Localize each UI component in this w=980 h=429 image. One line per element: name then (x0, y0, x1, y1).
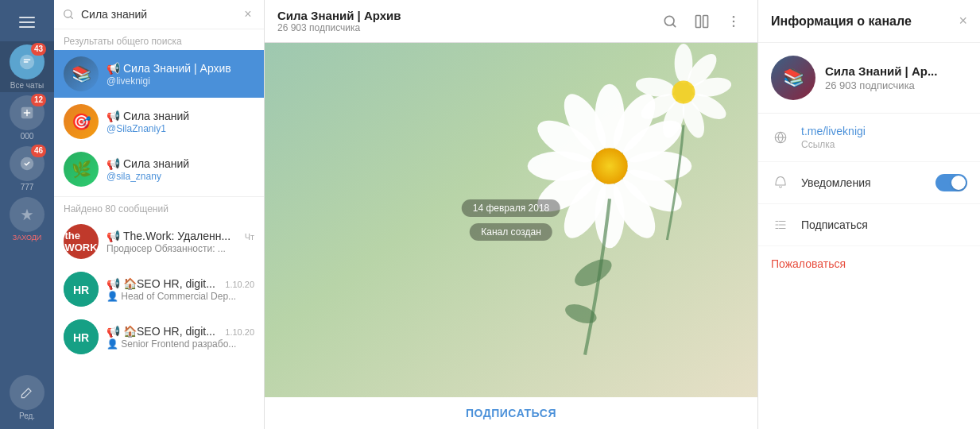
hamburger-line-2 (19, 21, 35, 23)
info-panel-close[interactable]: × (959, 13, 967, 29)
channel-megaphone-3: 📢 (107, 157, 120, 170)
hamburger-line-3 (19, 26, 35, 28)
nav-item-4[interactable]: ЗАХОДИ (0, 194, 54, 245)
chat-sub-2: @SilaZnaniy1 (107, 123, 254, 134)
info-report-row[interactable]: Пожаловаться (758, 246, 980, 281)
channel-megaphone-m3: 📢 (107, 325, 120, 338)
msg-name-2: 📢 🏠SEO HR, digit... (107, 277, 215, 290)
msg-date-1: Чт (245, 232, 254, 242)
more-button[interactable] (722, 10, 745, 33)
search-bar: × (54, 0, 264, 29)
date-bubble: 14 февраля 2018 Канал создан (462, 199, 560, 241)
nav-item-all-chats[interactable]: 43 Все чаты (0, 41, 54, 92)
svg-point-11 (733, 15, 735, 17)
nav-icon-2: 12 (10, 95, 45, 130)
all-chats-label: Все чаты (10, 81, 44, 90)
chat-header-title: Сила Знаний | Архив (277, 9, 649, 22)
info-notifications-content: Уведомления (801, 176, 924, 189)
info-link-row: t.me/liveknigi Ссылка (758, 114, 980, 162)
msg-name-1: 📢 The.Work: Удаленн... (107, 230, 230, 242)
nav-item-3[interactable]: 46 777 (0, 143, 54, 194)
channel-avatar-icon: 📚 (783, 68, 804, 88)
msg-avatar-1: theWORK (64, 224, 99, 259)
msg-date-2: 1.10.20 (225, 280, 254, 289)
msg-preview-3: 👤 Senior Frontend разрабо... (107, 338, 254, 350)
general-results-label: Результаты общего поиска (54, 29, 264, 50)
nav-label-3: 777 (21, 183, 34, 191)
msg-preview-1: Продюсер Обязанности: ... (107, 243, 254, 254)
msg-info-2: 📢 🏠SEO HR, digit... 1.10.20 👤 Head of Co… (107, 277, 254, 302)
message-result-3[interactable]: HR 📢 🏠SEO HR, digit... 1.10.20 👤 Senior … (54, 313, 264, 361)
chat-name-2: 📢 Сила знаний (107, 110, 254, 122)
nav-badge-3: 46 (31, 145, 46, 157)
search-result-3[interactable]: 🌿 📢 Сила знаний @sila_znany (54, 145, 264, 193)
msg-date-3: 1.10.20 (225, 327, 254, 337)
search-result-1[interactable]: 📚 📢 Сила Знаний | Архив @liveknigi (54, 50, 264, 98)
channel-profile-avatar: 📚 (771, 56, 815, 100)
svg-point-13 (733, 25, 735, 27)
msg-info-1: 📢 The.Work: Удаленн... Чт Продюсер Обяза… (107, 230, 254, 254)
channel-profile-info: Сила Знаний | Ар... 26 903 подписчика (825, 64, 937, 91)
subscribe-button-text[interactable]: ПОДПИСАТЬСЯ (274, 407, 748, 419)
channel-megaphone-2: 📢 (107, 110, 120, 122)
hamburger-line-1 (19, 17, 35, 18)
chat-background: 14 февраля 2018 Канал создан ПОДПИСАТЬСЯ (265, 43, 757, 429)
bell-icon (771, 173, 790, 192)
svg-point-36 (672, 81, 695, 104)
msg-info-3: 📢 🏠SEO HR, digit... 1.10.20 👤 Senior Fro… (107, 325, 254, 350)
chat-name-3: 📢 Сила знаний (107, 157, 254, 170)
info-link-content: t.me/liveknigi Ссылка (801, 125, 967, 150)
all-chats-icon: 43 (10, 44, 45, 79)
nav-item-edit[interactable]: Ред. (0, 372, 54, 423)
columns-button[interactable] (691, 10, 713, 33)
search-result-2[interactable]: 🎯 📢 Сила знаний @SilaZnaniy1 (54, 98, 264, 145)
info-notifications-row: Уведомления (758, 162, 980, 204)
channel-profile: 📚 Сила Знаний | Ар... 26 903 подписчика (758, 43, 980, 114)
info-panel: Информация о канале × 📚 Сила Знаний | Ар… (757, 0, 980, 429)
info-header: Информация о канале × (758, 0, 980, 43)
message-result-1[interactable]: theWORK 📢 The.Work: Удаленн... Чт Продюс… (54, 218, 264, 265)
chat-info-2: 📢 Сила знаний @SilaZnaniy1 (107, 110, 254, 134)
subscribe-button[interactable]: ПОДПИСАТЬСЯ (265, 397, 757, 429)
edit-icon (10, 375, 45, 410)
all-chats-badge: 43 (31, 43, 46, 56)
chat-list-panel: × Результаты общего поиска 📚 📢 Сила Знан… (54, 0, 265, 429)
info-panel-title: Информация о канале (771, 14, 912, 29)
channel-profile-name: Сила Знаний | Ар... (825, 64, 937, 78)
search-icon (62, 8, 75, 21)
chat-info-1: 📢 Сила Знаний | Архив @liveknigi (107, 62, 254, 87)
search-clear-button[interactable]: × (240, 6, 256, 22)
chat-header-info: Сила Знаний | Архив 26 903 подписчика (277, 9, 649, 33)
notifications-label: Уведомления (801, 176, 924, 189)
svg-text:HR: HR (73, 284, 89, 296)
info-subscribe-row[interactable]: Подписаться (758, 204, 980, 246)
msg-preview-2: 👤 Head of Commercial Dep... (107, 291, 254, 302)
channel-megaphone-1: 📢 (107, 62, 120, 75)
info-link-label: Ссылка (801, 139, 967, 150)
header-actions (659, 10, 745, 33)
avatar-2: 🎯 (64, 104, 99, 139)
chat-name-1: 📢 Сила Знаний | Архив (107, 62, 254, 75)
svg-rect-10 (703, 15, 708, 27)
svg-rect-9 (696, 15, 701, 27)
main-chat-area: Сила Знаний | Архив 26 903 подписчика (265, 0, 757, 429)
icon-bar: 43 Все чаты 12 000 46 777 ЗАХОДИ (0, 0, 54, 429)
chat-header-subtitle: 26 903 подписчика (277, 22, 649, 33)
channel-created-pill: Канал создан (470, 223, 552, 241)
notifications-toggle[interactable] (935, 174, 967, 191)
msg-avatar-2: HR (64, 272, 99, 307)
hamburger-button[interactable] (10, 6, 45, 38)
date-pill: 14 февраля 2018 (462, 199, 560, 217)
search-button[interactable] (659, 10, 681, 33)
svg-point-27 (591, 148, 627, 184)
nav-icon-3: 46 (10, 146, 45, 181)
message-result-2[interactable]: HR 📢 🏠SEO HR, digit... 1.10.20 👤 Head of… (54, 265, 264, 313)
nav-item-2[interactable]: 12 000 (0, 92, 54, 143)
avatar-3: 🌿 (64, 152, 99, 187)
subscribe-row-label[interactable]: Подписаться (801, 218, 868, 231)
chat-sub-1: @liveknigi (107, 75, 254, 87)
info-link-text[interactable]: t.me/liveknigi (801, 125, 967, 137)
report-label[interactable]: Пожаловаться (771, 257, 967, 270)
chat-info-3: 📢 Сила знаний @sila_znany (107, 157, 254, 182)
search-input[interactable] (81, 8, 234, 21)
